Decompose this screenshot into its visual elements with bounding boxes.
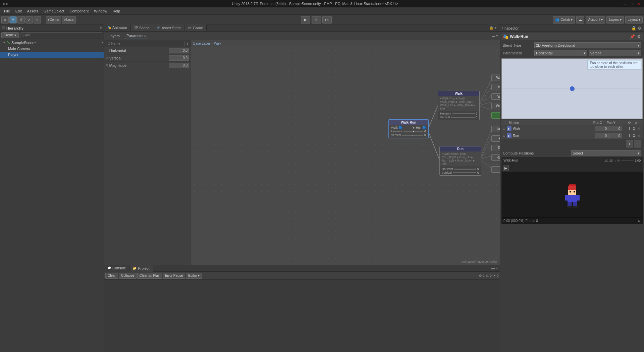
transform-rect-button[interactable]: ⤡ [34, 16, 41, 24]
player-label: Player [8, 53, 18, 57]
state-run-right[interactable]: Run_Right [491, 126, 500, 132]
transform-rotate-button[interactable]: ↺ [17, 16, 25, 24]
motion-posx-walk[interactable] [595, 126, 608, 131]
state-run-down[interactable]: Run_Down [491, 154, 500, 161]
transform-translate-button[interactable]: ✛ [9, 16, 17, 24]
animator-main: + = Horizontal = Vertical [104, 40, 500, 265]
state-run-up[interactable]: Run_Up [491, 135, 500, 142]
state-walk-left[interactable]: Walk_Left [491, 93, 500, 100]
console-editor-button[interactable]: Editor ▾ [186, 273, 202, 279]
param-horizontal-value[interactable] [169, 48, 189, 53]
base-layer-link[interactable]: Base Layer [193, 42, 210, 45]
cloud-button[interactable]: ☁ [576, 16, 584, 24]
scene-icon: ⋱ [7, 41, 10, 44]
compute-positions-dropdown[interactable]: Select ▾ [571, 150, 642, 156]
pos-x-header: Pos X [591, 121, 604, 125]
step-button[interactable]: ⏭ [322, 16, 332, 24]
motion-posy-run[interactable] [608, 133, 622, 138]
console-error-pause-button[interactable]: Error Pause [163, 273, 185, 279]
animator-graph[interactable]: Walk-Run Walk 🔵▸Run 🔵 Horizont 0 [191, 47, 500, 265]
hierarchy-search-input[interactable] [20, 32, 102, 38]
add-motion-button[interactable]: + [626, 140, 633, 147]
layers-button[interactable]: Layers ▾ [606, 16, 624, 24]
param2-dropdown[interactable]: Vertical ▾ [589, 50, 642, 56]
menu-assets[interactable]: Assets [24, 7, 41, 15]
params-search-input[interactable] [106, 41, 185, 46]
play-button[interactable]: ▶ [301, 16, 310, 24]
preview-play-button[interactable]: ▶ [503, 165, 509, 171]
param-magnitude-value[interactable] [169, 63, 189, 68]
param1-value: Horizontal [536, 51, 553, 55]
inspector-gear-button[interactable]: ⚙ [636, 34, 641, 39]
motion-delete-walk[interactable]: ✕ [637, 126, 641, 131]
local-button[interactable]: ↻ Local [62, 16, 76, 24]
hierarchy-item-player[interactable]: Player [0, 52, 104, 58]
param1-dropdown[interactable]: Horizontal ▾ [534, 50, 587, 56]
collab-button[interactable]: 👥 Collab ▾ [553, 16, 575, 24]
app-title: Unity 2018.2.7f1 Personal (64bit) - Samp… [8, 2, 623, 6]
menu-gameobject[interactable]: GameObject [41, 7, 67, 15]
tab-scene[interactable]: 🎬 Scene [131, 25, 153, 31]
menu-component[interactable]: Component [67, 7, 91, 15]
motion-delete-run[interactable]: ✕ [637, 133, 641, 138]
blend-type-dropdown[interactable]: 2D Freeform Directional ▾ [534, 42, 641, 48]
tab-game[interactable]: 🎮 Game [184, 25, 207, 31]
animator-panel-minimize[interactable]: 🔒 ▾ [487, 25, 498, 31]
account-button[interactable]: Account ▾ [586, 16, 605, 24]
menu-help[interactable]: Help [110, 7, 123, 15]
tab-console[interactable]: 💬 Console [104, 265, 129, 272]
console-clear-on-play-button[interactable]: Clear on Play [137, 273, 162, 279]
inspector-pin-button[interactable]: 📌 [629, 34, 636, 39]
state-run-left[interactable]: Run_Left [491, 145, 500, 151]
console-collapse-button[interactable]: Collapse [119, 273, 137, 279]
inspector-lock-button[interactable]: 🔒 [631, 26, 637, 31]
layout-button[interactable]: Layout ▾ [625, 16, 643, 24]
svg-line-5 [478, 102, 491, 106]
hierarchy-close-button[interactable]: ▾ [100, 26, 102, 30]
param-vertical-value[interactable] [169, 55, 189, 61]
inspector-options-button[interactable]: ⚙ [637, 26, 642, 31]
motion-posy-walk[interactable] [608, 126, 622, 131]
motion-gear-run[interactable]: ⚙ [632, 133, 637, 138]
animator-tab-parameters[interactable]: Parameters [124, 33, 148, 39]
menu-file[interactable]: File [1, 7, 13, 15]
transform-move-button[interactable]: ⊕ [1, 16, 9, 24]
transform-scale-button[interactable]: ⤢ [25, 16, 33, 24]
scene-tab-bar: 🎭 Animator 🎬 Scene 🛒 Asset Store 🎮 Game … [104, 25, 500, 32]
tab-project[interactable]: 📁 Project [129, 265, 153, 272]
params-add-button[interactable]: + [186, 41, 189, 46]
run-node[interactable]: Run • Walk-Run ▸ Run Run_Right ▸ Run_Up … [439, 146, 481, 176]
state-walk-right[interactable]: Walk_Right [491, 75, 500, 81]
close-button[interactable]: ✕ [636, 1, 641, 6]
motion-col-header: Motion [509, 121, 591, 125]
remove-motion-button[interactable]: − [634, 140, 641, 147]
center-area: 🎭 Animator 🎬 Scene 🛒 Asset Store 🎮 Game … [104, 25, 500, 352]
animator-tab-layers[interactable]: Layers [106, 33, 122, 39]
motion-gear-walk[interactable]: ⚙ [632, 126, 637, 131]
motion-posx-run[interactable] [595, 133, 608, 138]
walkrun-node[interactable]: Walk-Run Walk 🔵▸Run 🔵 Horizont 0 [388, 119, 429, 138]
state-idle-2[interactable]: Idle [491, 166, 500, 173]
preview-2d-badge: 2D [609, 159, 613, 162]
hierarchy-scene-root[interactable]: ▼ ⋱ SampleScene* ● [0, 40, 104, 46]
menu-edit[interactable]: Edit [13, 7, 24, 15]
tab-animator[interactable]: 🎭 Animator [104, 25, 131, 31]
animator-tab-icon: 🎭 [107, 26, 111, 29]
walk-node[interactable]: Walk • Walk-Run ▸ Walk Walk_Right ▸ Walk… [438, 91, 480, 120]
animator-toolbar: Layers Parameters ▬ ▾ [104, 32, 500, 40]
maximize-button[interactable]: □ [629, 1, 635, 6]
param-vertical: = Vertical [104, 54, 191, 62]
center-button[interactable]: ● Center [46, 16, 61, 24]
hierarchy-create-button[interactable]: Create ▾ [1, 32, 19, 38]
console-clear-button[interactable]: Clear [105, 273, 118, 279]
state-walk-up[interactable]: Walk_Up [491, 84, 500, 90]
svg-line-3 [478, 87, 491, 106]
state-idle-1[interactable]: Idle [491, 112, 500, 119]
hierarchy-item-maincamera[interactable]: Main Camera [0, 46, 104, 52]
minimize-button[interactable]: — [623, 1, 628, 6]
walk-link[interactable]: Walk [214, 42, 221, 45]
tab-asset-store[interactable]: 🛒 Asset Store [153, 25, 184, 31]
pause-button[interactable]: ⏸ [312, 16, 321, 24]
state-walk-down[interactable]: Walk_Down [491, 103, 500, 109]
menu-window[interactable]: Window [91, 7, 110, 15]
